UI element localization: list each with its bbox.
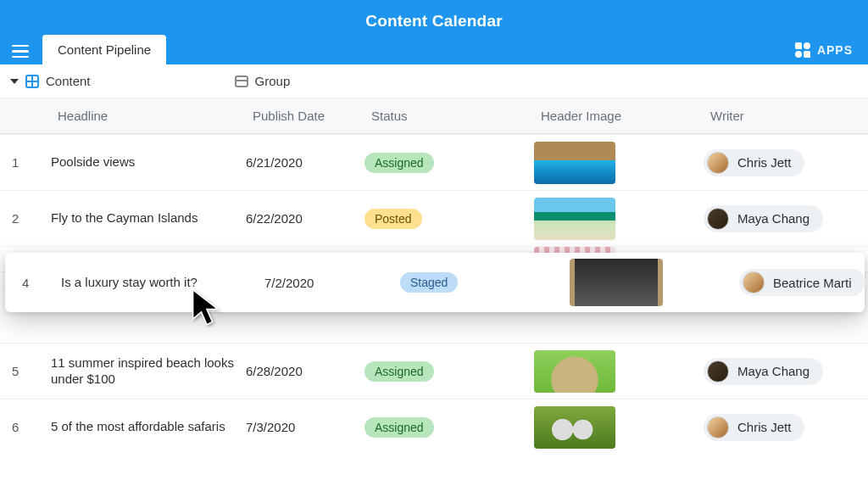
thumbnail-image [570,259,663,306]
thumbnail-image [534,142,615,184]
tab-content-pipeline[interactable]: Content Pipeline [42,35,166,64]
col-publish-date[interactable]: Publish Date [246,109,364,123]
row-index: 1 [0,155,51,170]
writer-name: Chris Jett [737,420,791,434]
cell-status[interactable]: Posted [364,209,534,229]
cell-headline[interactable]: 11 summer inspired beach looks under $10… [51,355,246,388]
app-header: Content Calendar Content Pipeline APPS [0,0,868,64]
cell-image[interactable] [534,406,704,449]
cell-writer[interactable]: Beatrice Marti [739,269,868,296]
cell-date[interactable]: 6/28/2020 [246,364,364,378]
cell-image[interactable] [534,350,704,393]
row-index: 6 [0,420,51,434]
dragged-row[interactable]: 4 Is a luxury stay worth it? 7/2/2020 St… [5,253,865,312]
apps-icon [795,42,810,58]
thumbnail-image [534,350,615,393]
status-badge: Assigned [364,417,434,438]
cell-image[interactable] [534,198,704,240]
cell-headline[interactable]: Poolside views [51,154,246,170]
avatar [707,152,729,174]
mouse-cursor-icon [190,288,224,327]
cell-writer[interactable]: Chris Jett [704,149,868,176]
col-writer[interactable]: Writer [704,109,868,123]
writer-name: Maya Chang [737,211,810,226]
writer-name: Chris Jett [737,155,791,170]
thumbnail-image [534,406,615,449]
writer-chip: Beatrice Marti [739,269,865,296]
cell-date[interactable]: 6/22/2020 [246,211,364,226]
table-row[interactable]: 5 11 summer inspired beach looks under $… [0,343,868,399]
rows-container: 1 Poolside views 6/21/2020 Assigned Chri… [0,134,868,455]
header-bar: Content Pipeline APPS [0,34,868,64]
menu-icon[interactable] [0,45,41,65]
cell-date[interactable]: 7/3/2020 [246,420,364,434]
row-index: 2 [0,211,51,226]
view-content-label: Content [46,74,91,88]
cell-writer[interactable]: Maya Chang [704,358,868,385]
page-title: Content Calendar [0,0,868,31]
avatar [707,360,729,383]
status-badge: Assigned [364,361,434,382]
writer-chip: Maya Chang [704,205,823,232]
view-group-label: Group [255,74,291,88]
cell-writer[interactable]: Maya Chang [704,205,868,232]
view-content[interactable]: Content [10,74,91,88]
avatar [707,208,729,230]
status-badge: Assigned [364,153,434,173]
column-header-row: Headline Publish Date Status Header Imag… [0,98,868,134]
cell-status[interactable]: Assigned [364,417,534,438]
cell-headline[interactable]: 5 of the most affordable safaris [51,419,246,435]
writer-chip: Chris Jett [704,149,804,176]
row-index: 5 [0,364,51,378]
cell-status[interactable]: Assigned [364,153,534,173]
cell-writer[interactable]: Chris Jett [704,414,868,441]
view-bar: Content Group [0,64,868,98]
writer-chip: Chris Jett [704,414,804,441]
cell-headline[interactable]: Is a luxury stay worth it? [61,275,264,291]
table-row[interactable]: 1 Poolside views 6/21/2020 Assigned Chri… [0,134,868,190]
row-index: 4 [5,276,61,290]
cell-date[interactable]: 6/21/2020 [246,155,364,170]
apps-label: APPS [817,43,853,57]
cell-headline[interactable]: Fly to the Cayman Islands [51,210,246,226]
apps-button[interactable]: APPS [795,42,868,64]
status-badge: Staged [400,272,458,293]
col-headline[interactable]: Headline [51,109,246,123]
avatar [707,416,729,439]
writer-name: Beatrice Marti [773,276,852,290]
card-icon [235,75,248,87]
cell-status[interactable]: Staged [400,272,570,293]
status-badge: Posted [364,209,422,229]
avatar [743,271,765,293]
view-group[interactable]: Group [235,74,291,88]
table-row[interactable]: 2 Fly to the Cayman Islands 6/22/2020 Po… [0,190,868,246]
col-header-image[interactable]: Header Image [534,109,704,123]
caret-down-icon [10,79,19,84]
cell-date[interactable]: 7/2/2020 [264,276,400,290]
table-row[interactable]: 6 5 of the most affordable safaris 7/3/2… [0,399,868,455]
cell-image[interactable] [534,142,704,184]
table-icon [25,75,39,88]
cell-image[interactable] [570,259,739,306]
thumbnail-image [534,198,615,240]
cell-status[interactable]: Assigned [364,361,534,382]
col-status[interactable]: Status [364,109,534,123]
writer-name: Maya Chang [737,364,810,378]
writer-chip: Maya Chang [704,358,823,385]
